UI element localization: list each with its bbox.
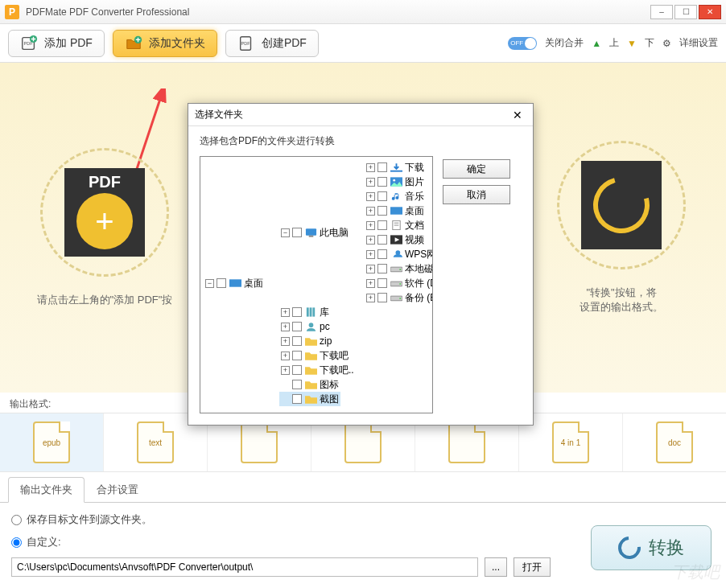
tree-xiazaiba2[interactable]: 下载吧.. (320, 363, 354, 377)
left-hint-text: 请点击左上角的"添加 PDF"按 (32, 293, 177, 307)
tree-zip[interactable]: zip (320, 334, 332, 348)
svg-point-28 (308, 323, 313, 327)
settings-gear-icon[interactable]: ⚙ (662, 38, 671, 49)
svg-rect-26 (309, 307, 311, 316)
select-folder-dialog: 选择文件夹 ✕ 选择包含PDF的文件夹进行转换 −桌面 −此电脑 +下载 +图片… (188, 103, 534, 426)
svg-text:PDF: PDF (241, 40, 250, 45)
convert-label: 转换 (649, 536, 684, 560)
tab-output-folder[interactable]: 输出文件夹 (8, 477, 85, 503)
tree-jietu[interactable]: 截图 (320, 392, 339, 406)
tree-music[interactable]: 音乐 (405, 189, 424, 204)
tree-desk[interactable]: 桌面 (405, 204, 424, 218)
dialog-close-button[interactable]: ✕ (509, 106, 526, 124)
open-folder-button[interactable]: 打开 (514, 557, 551, 577)
text-icon: text (137, 421, 174, 463)
move-up-label: 上 (609, 36, 619, 50)
svg-rect-10 (390, 171, 402, 172)
window-title: PDFMate PDF Converter Professional (26, 6, 650, 18)
radio-custom-input[interactable] (11, 537, 22, 548)
svg-rect-9 (308, 236, 313, 237)
minimize-button[interactable]: – (650, 5, 673, 19)
bottom-tabs: 输出文件夹 合并设置 (0, 477, 726, 503)
svg-rect-25 (306, 307, 308, 316)
fourinone-icon: 4 in 1 (552, 421, 589, 463)
format-epub[interactable]: epub (0, 413, 104, 471)
tree-videos[interactable]: 视频 (405, 232, 424, 247)
create-pdf-button[interactable]: PDF 创建PDF (225, 30, 319, 57)
move-down-icon[interactable]: ▼ (627, 38, 637, 49)
convert-icon (581, 161, 662, 249)
tree-xiazaiba[interactable]: 下载吧 (320, 348, 349, 363)
format5-icon (448, 421, 485, 463)
disk-icon (390, 263, 402, 274)
music-icon (390, 191, 402, 202)
move-down-label: 下 (645, 36, 654, 50)
videos-icon (390, 234, 402, 245)
folder-plus-icon (125, 35, 142, 52)
tree-localc[interactable]: 本地磁盘 (C:) (405, 261, 433, 276)
output-path-input[interactable] (11, 557, 478, 577)
format-4in1[interactable]: 4 in 1 (519, 413, 623, 471)
tree-library[interactable]: 库 (320, 305, 329, 319)
create-pdf-icon: PDF (237, 35, 255, 52)
close-window-button[interactable]: ✕ (699, 5, 721, 19)
format-doc[interactable]: doc (623, 413, 726, 471)
move-up-icon[interactable]: ▲ (592, 38, 601, 49)
pdf-add-icon: PDF + (64, 168, 145, 257)
tree-tubiao[interactable]: 图标 (320, 377, 339, 392)
radio-custom-label: 自定义: (27, 535, 61, 549)
tree-desktop[interactable]: 桌面 (244, 276, 263, 290)
merge-toggle[interactable]: OFF (508, 37, 537, 50)
disk-icon (390, 278, 402, 289)
svg-point-22 (399, 283, 401, 285)
tree-downloads[interactable]: 下载 (405, 160, 424, 175)
tree-pictures[interactable]: 图片 (405, 175, 424, 189)
add-pdf-drop-zone[interactable]: PDF + 请点击左上角的"添加 PDF"按 (32, 148, 177, 307)
radio-save-source-label: 保存目标文件到源文件夹。 (27, 512, 152, 527)
disk-icon (390, 292, 402, 303)
svg-point-18 (395, 250, 400, 255)
tree-softd[interactable]: 软件 (D:) (405, 276, 433, 290)
svg-rect-27 (312, 307, 315, 316)
tree-documents[interactable]: 文档 (405, 218, 424, 232)
right-hint-2: 设置的输出格式。 (549, 300, 694, 315)
folder-icon (304, 350, 317, 361)
format3-icon (241, 421, 278, 463)
wps-icon (390, 249, 402, 260)
radio-save-source-input[interactable] (11, 515, 22, 525)
convert-button[interactable]: 转换 (591, 525, 712, 570)
maximize-button[interactable]: ☐ (674, 5, 697, 19)
folder-tree[interactable]: −桌面 −此电脑 +下载 +图片 +音乐 +桌面 +文档 +视频 (200, 156, 433, 413)
tree-thispc[interactable]: 此电脑 (320, 225, 349, 240)
tree-backupe[interactable]: 备份 (E:) (405, 290, 433, 305)
folder-icon (304, 393, 317, 405)
app-logo-icon: P (5, 5, 19, 19)
dialog-ok-button[interactable]: 确定 (443, 159, 510, 179)
dialog-description: 选择包含PDF的文件夹进行转换 (200, 134, 522, 148)
dialog-buttons: 确定 取消 (443, 156, 510, 413)
tree-pc[interactable]: pc (320, 319, 330, 334)
tab-merge-settings[interactable]: 合并设置 (85, 477, 151, 502)
checkbox[interactable] (217, 278, 226, 288)
documents-icon (390, 220, 402, 231)
right-hint-1: "转换"按钮，将 (549, 286, 694, 300)
add-folder-button[interactable]: 添加文件夹 (113, 30, 217, 57)
add-pdf-button[interactable]: PDF 添加 PDF (8, 30, 105, 57)
title-bar: P PDFMate PDF Converter Professional – ☐… (0, 0, 726, 24)
folder-icon (304, 364, 317, 376)
epub-icon: epub (33, 421, 70, 463)
convert-drop-zone: "转换"按钮，将 设置的输出格式。 (549, 141, 694, 315)
add-pdf-label: 添加 PDF (44, 36, 93, 51)
window-controls: – ☐ ✕ (650, 5, 721, 19)
download-icon (390, 162, 402, 173)
toolbar-right: OFF 关闭合并 ▲上 ▼下 ⚙详细设置 (508, 36, 718, 50)
svg-point-24 (399, 298, 401, 299)
add-pdf-icon: PDF (20, 35, 38, 52)
browse-button[interactable]: ... (485, 557, 507, 577)
expander-icon[interactable]: − (205, 279, 214, 288)
dialog-title: 选择文件夹 (195, 108, 243, 121)
library-icon (304, 306, 317, 318)
advanced-settings-label[interactable]: 详细设置 (679, 36, 718, 50)
tree-wps[interactable]: WPS网盘 (405, 247, 433, 261)
dialog-cancel-button[interactable]: 取消 (443, 185, 510, 204)
